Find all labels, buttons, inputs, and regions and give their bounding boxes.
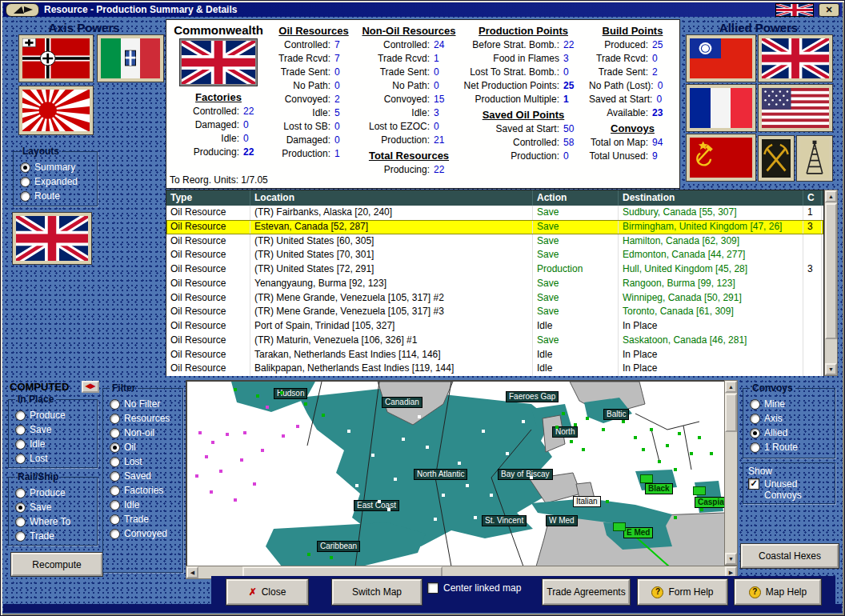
title-bar[interactable]: Resource - Production Summary & Details … bbox=[3, 2, 842, 17]
radio-non-oil[interactable]: Non-oil bbox=[110, 427, 178, 438]
recompute-button[interactable]: Recompute bbox=[11, 553, 102, 576]
radio-convoyed[interactable]: Convoyed bbox=[110, 528, 178, 539]
radio-dot[interactable] bbox=[750, 414, 760, 424]
radio-route[interactable]: Route bbox=[20, 190, 92, 202]
radio-save[interactable]: Save bbox=[15, 502, 92, 513]
map-vertical-scrollbar[interactable]: ▲ ▼ bbox=[724, 380, 738, 566]
radio-dot[interactable] bbox=[15, 488, 26, 498]
radio-dot[interactable] bbox=[20, 162, 30, 173]
resource-table-header[interactable]: Type Location Action Destination C bbox=[166, 190, 823, 206]
close-icon[interactable]: ✕ bbox=[819, 3, 839, 17]
unused-convoys-checkbox[interactable]: ✓ bbox=[748, 478, 759, 490]
radio-summary[interactable]: Summary bbox=[20, 162, 92, 173]
radio-dot[interactable] bbox=[110, 471, 120, 482]
table-row[interactable]: Oil Resource(TR) Mene Grande, Venezuela … bbox=[166, 305, 823, 319]
col-header-destination[interactable]: Destination bbox=[619, 190, 803, 206]
radio-dot[interactable] bbox=[110, 514, 120, 525]
trade-agreements-button[interactable]: Trade Agreements bbox=[543, 579, 630, 605]
radio-trade[interactable]: Trade bbox=[110, 514, 178, 525]
radio-dot[interactable] bbox=[750, 442, 760, 453]
radio-no-filter[interactable]: No Filter bbox=[110, 398, 178, 410]
radio-produce[interactable]: Produce bbox=[15, 410, 92, 421]
window-system-icon[interactable] bbox=[6, 3, 39, 17]
table-row[interactable]: Oil Resource(TR) Mene Grande, Venezuela … bbox=[166, 291, 823, 306]
center-linked-map-checkbox[interactable] bbox=[427, 582, 439, 594]
radio-where-to[interactable]: Where To bbox=[15, 516, 92, 527]
radio-dot[interactable] bbox=[110, 442, 120, 453]
china-flag[interactable] bbox=[687, 35, 755, 82]
radio-allied[interactable]: Allied bbox=[750, 427, 830, 438]
germany-flag[interactable] bbox=[19, 35, 93, 82]
radio-dot[interactable] bbox=[110, 457, 120, 467]
radio-dot[interactable] bbox=[20, 191, 30, 202]
radio-dot[interactable] bbox=[15, 517, 26, 527]
map-help-button[interactable]: ? Map Help bbox=[735, 579, 821, 605]
radio-dot[interactable] bbox=[110, 529, 120, 539]
radio-produce[interactable]: Produce bbox=[15, 487, 92, 498]
radio-dot[interactable] bbox=[15, 531, 26, 542]
radio-save[interactable]: Save bbox=[15, 424, 92, 435]
radio-idle[interactable]: Idle bbox=[15, 438, 92, 450]
radio-dot[interactable] bbox=[15, 502, 26, 513]
radio-dot[interactable] bbox=[110, 486, 120, 496]
radio-expanded[interactable]: Expanded bbox=[20, 176, 92, 187]
radio-dot[interactable] bbox=[110, 500, 120, 510]
radio-axis[interactable]: Axis bbox=[750, 413, 830, 424]
radio-dot[interactable] bbox=[15, 454, 26, 464]
switch-map-button[interactable]: Switch Map bbox=[332, 579, 422, 605]
table-scrollbar[interactable]: ▲ ▼ bbox=[824, 190, 838, 376]
table-scroll-down-arrow[interactable]: ▼ bbox=[825, 363, 837, 375]
table-scroll-thumb[interactable] bbox=[825, 203, 837, 339]
table-row[interactable]: Oil Resource(TR) Fairbanks, Alaska [20, … bbox=[166, 206, 823, 220]
col-header-c[interactable]: C bbox=[803, 190, 822, 206]
strategic-map[interactable]: HudsonCanadianFaeroes GapBalticNorthNort… bbox=[186, 380, 727, 568]
radio-dot[interactable] bbox=[15, 425, 26, 435]
radio-dot[interactable] bbox=[750, 399, 760, 410]
table-row[interactable]: Oil Resource(TR) Maturin, Venezuela [106… bbox=[166, 334, 823, 348]
table-scroll-up-arrow[interactable]: ▲ bbox=[825, 190, 837, 202]
radio-dot[interactable] bbox=[15, 410, 26, 421]
radio-factories[interactable]: Factories bbox=[110, 485, 178, 496]
radio-1-route[interactable]: 1 Route bbox=[750, 442, 830, 453]
table-row[interactable]: Oil ResourceTarakan, Netherlands East In… bbox=[166, 348, 823, 362]
radio-trade[interactable]: Trade bbox=[15, 530, 92, 542]
radio-dot[interactable] bbox=[15, 439, 26, 450]
map-vscroll-thumb[interactable] bbox=[725, 394, 737, 432]
radio-resources[interactable]: Resources bbox=[110, 413, 178, 424]
usa-flag[interactable] bbox=[759, 85, 832, 131]
center-linked-map-control[interactable]: Center linked map bbox=[427, 582, 521, 594]
radio-mine[interactable]: Mine bbox=[750, 398, 830, 410]
radio-lost[interactable]: Lost bbox=[110, 456, 178, 467]
table-row[interactable]: Oil ResourcePort of Spain, Trinidad [105… bbox=[166, 319, 823, 334]
sidebar-uk-flag[interactable] bbox=[13, 213, 91, 264]
table-row[interactable]: Oil ResourceBalikpapan, Netherlands East… bbox=[166, 362, 823, 376]
coastal-hexes-button[interactable]: Coastal Hexes bbox=[741, 544, 839, 568]
col-header-location[interactable]: Location bbox=[250, 190, 533, 206]
table-row[interactable]: Oil ResourceYenangyaung, Burma [92, 123]… bbox=[166, 277, 823, 291]
radio-idle[interactable]: Idle bbox=[110, 499, 178, 510]
map-scroll-down-arrow[interactable]: ▼ bbox=[725, 553, 737, 565]
table-row[interactable]: Oil Resource(TR) United States [72, 291]… bbox=[166, 262, 823, 277]
radio-dot[interactable] bbox=[20, 177, 30, 187]
close-button[interactable]: ✗ Close bbox=[226, 579, 308, 605]
radio-dot[interactable] bbox=[110, 428, 120, 438]
oil-derrick-button[interactable] bbox=[797, 136, 832, 181]
col-header-type[interactable]: Type bbox=[166, 190, 250, 206]
radio-dot[interactable] bbox=[110, 414, 120, 424]
map-scroll-up-arrow[interactable]: ▲ bbox=[725, 381, 737, 393]
radio-dot[interactable] bbox=[110, 399, 120, 410]
table-row[interactable]: Oil ResourceEstevan, Canada [52, 287]Sav… bbox=[166, 220, 823, 234]
radio-dot[interactable] bbox=[750, 428, 760, 438]
radio-saved[interactable]: Saved bbox=[110, 470, 178, 482]
mine-resources-button[interactable] bbox=[759, 136, 794, 181]
col-header-action[interactable]: Action bbox=[533, 190, 619, 206]
ussr-flag[interactable] bbox=[687, 134, 755, 181]
table-row[interactable]: Oil Resource(TR) United States [70, 301]… bbox=[166, 248, 823, 262]
map-scroll-left-arrow[interactable]: ◀ bbox=[186, 566, 198, 578]
france-flag[interactable] bbox=[687, 85, 755, 131]
radio-lost[interactable]: Lost bbox=[15, 453, 92, 464]
italy-flag[interactable] bbox=[98, 35, 163, 82]
form-help-button[interactable]: ? Form Help bbox=[638, 579, 727, 605]
japan-flag[interactable] bbox=[19, 86, 93, 134]
computed-toggle-button[interactable]: ◀▶ bbox=[82, 381, 99, 393]
